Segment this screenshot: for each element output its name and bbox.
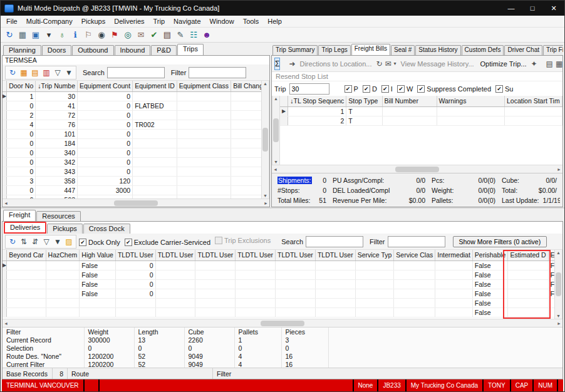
grid-cell[interactable] [133,176,177,185]
checkbox-dock-only[interactable]: ✔Dock Only [79,239,120,246]
edit-icon[interactable]: ✎ [174,29,187,41]
map-icon[interactable]: ⚐ [82,29,95,41]
grid-cell[interactable] [236,298,276,307]
grid-cell[interactable]: 101 [36,129,78,138]
grid-row[interactable]: False110 [3,298,554,307]
row-selector[interactable] [3,289,7,298]
chart-icon[interactable]: ☷ [187,29,200,41]
grid-cell[interactable] [46,289,80,298]
refresh-icon[interactable]: ↻ [7,67,18,78]
grid-cell[interactable]: False [472,298,508,307]
grid-cell[interactable]: 3 [7,176,36,185]
grid-cell[interactable] [508,298,548,307]
grid-cell[interactable]: False [80,270,116,279]
column-header-high-value[interactable]: High Value [80,250,116,260]
deliveries-search-input[interactable] [306,236,363,247]
grid-cell[interactable] [437,106,505,116]
grid-cell[interactable] [7,298,46,307]
column-header-equipment-id[interactable]: Equipment ID [133,81,177,91]
grid-cell[interactable] [355,307,394,317]
grid-cell[interactable] [133,195,177,199]
grid-cell[interactable]: False [472,307,508,317]
grid-cell[interactable] [276,298,316,307]
grid-cell[interactable] [177,185,231,195]
grid-rows-icon[interactable]: ▤ [29,67,41,78]
column-header-bill-number[interactable]: Bill Number [382,96,437,106]
checkbox-box[interactable] [215,237,222,244]
grid-cell[interactable] [394,260,435,270]
grid-row[interactable]: 03430 [3,167,261,176]
grid-cell[interactable] [231,91,261,101]
grid-cell[interactable] [231,110,261,120]
row-selector[interactable] [3,129,7,138]
check-icon[interactable]: ✔ [148,29,160,41]
grid-cell[interactable]: 0 [77,167,132,176]
tab-driver-chat[interactable]: Driver Chat [504,45,542,55]
column-header-tldtl-user[interactable]: TLDTL User [315,250,355,260]
grid-cell[interactable]: 4 [7,120,36,129]
minimize-button[interactable]: — [500,1,522,16]
grid-cell[interactable] [115,298,155,307]
grid-cell[interactable] [195,279,236,289]
grid-cell[interactable]: 76 [36,120,78,129]
refresh-icon[interactable]: ↻ [3,29,16,41]
grid-cell[interactable] [435,279,473,289]
grid-cell[interactable] [177,167,231,176]
grid-cell[interactable] [7,307,46,317]
grid-row[interactable]: 6563 [3,195,261,199]
grid-cell[interactable]: 0 [77,148,132,157]
row-selector[interactable] [3,101,7,110]
grid-orange-icon[interactable]: ▦ [18,67,29,78]
row-selector[interactable] [3,157,7,167]
flag-icon[interactable]: ⚑ [108,29,121,41]
grid-cell[interactable]: T [346,106,382,116]
grid-cell[interactable]: 0 [77,110,132,120]
grid-row[interactable]: 4760TR002 [3,120,261,129]
grid-cell[interactable]: 6 [7,195,36,199]
checkbox-box[interactable]: ✔ [345,85,352,93]
grid-cell[interactable] [382,106,437,116]
grid-cell[interactable]: False [548,289,554,298]
grid-cell[interactable] [276,307,316,317]
menu-multi-company[interactable]: Multi-Company [22,16,77,26]
folder-icon[interactable]: ▨ [63,236,75,247]
grid-cell[interactable] [315,289,355,298]
tab-freight-bills[interactable]: Freight Bills [351,44,390,55]
filter-icon[interactable]: ▼ [63,67,75,78]
grid-cell[interactable] [508,260,548,270]
row-selector[interactable] [3,138,7,148]
menu-tools[interactable]: Tools [239,16,264,26]
grid-cell[interactable] [133,138,177,148]
grid-row[interactable]: ▶1300 [3,91,261,101]
checkbox-box[interactable]: ✔ [417,85,425,93]
grid-cell[interactable] [155,298,195,307]
workstation-icon[interactable]: ▦ [556,59,562,68]
grid-cell[interactable] [508,307,548,317]
grid-row[interactable]: 3358120 [3,176,261,185]
grid-cell[interactable]: FLATBED [133,101,177,110]
row-selector[interactable] [3,279,7,289]
grid-cell[interactable] [133,167,177,176]
grid-cell[interactable] [155,289,195,298]
grid-row[interactable]: 01840 [3,138,261,148]
grid-cell[interactable]: 343 [36,167,78,176]
grid-cell[interactable] [355,279,394,289]
maximize-button[interactable]: □ [522,1,543,16]
grid-cell[interactable] [155,279,195,289]
grid-cell[interactable]: 2 [288,116,346,125]
row-selector[interactable] [3,185,7,195]
grid-cell[interactable]: 0 [77,91,132,101]
menu-help[interactable]: Help [263,16,286,26]
checkbox-box[interactable]: ✔ [125,239,132,246]
grid-cell[interactable] [315,307,355,317]
grid-cell[interactable] [355,260,394,270]
row-selector[interactable] [3,148,7,157]
grid-cell[interactable]: 0 [77,138,132,148]
grid-row[interactable]: ▶False0FalseFalse110 [3,260,554,270]
grid-cell[interactable]: 0 [7,157,36,167]
grid-cell[interactable] [236,260,276,270]
grid-cell[interactable] [315,270,355,279]
sort-desc-icon[interactable]: ⇵ [29,236,41,247]
grid-cell[interactable] [276,260,316,270]
row-selector[interactable]: ▶ [280,106,288,116]
